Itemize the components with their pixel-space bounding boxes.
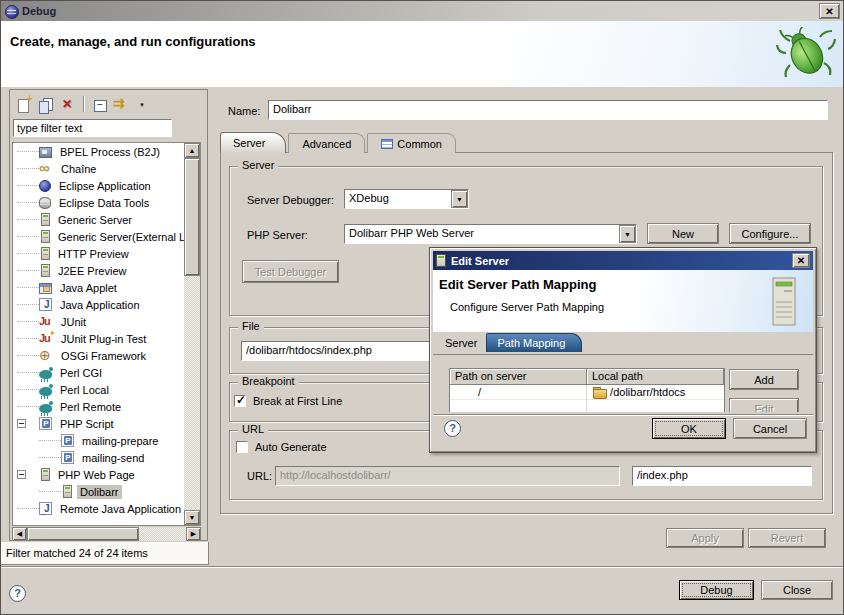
scroll-thumb-horizontal[interactable] [27, 527, 139, 541]
tab-path-mapping[interactable]: Path Mapping [486, 333, 582, 352]
collapse-all-icon[interactable] [91, 96, 108, 113]
new-config-icon[interactable] [15, 96, 32, 113]
tree-item-remote-java-application[interactable]: Remote Java Application [13, 500, 184, 517]
tree-item-label: J2EE Preview [55, 264, 129, 278]
auto-generate-checkbox[interactable] [236, 441, 248, 453]
break-first-line-label: Break at First Line [253, 395, 342, 407]
scroll-left-button[interactable]: ◀ [12, 527, 27, 541]
tree-item-junit-plug-in-test[interactable]: JUnit Plug-in Test [13, 330, 184, 347]
tree-connector [17, 508, 39, 509]
tree-item-label: Generic Server(External La [55, 230, 184, 244]
php-web-icon [41, 468, 50, 481]
tree-item-label: Chaîne [58, 162, 99, 176]
duplicate-config-icon[interactable] [37, 96, 54, 113]
table-row-empty[interactable] [450, 400, 724, 412]
break-first-line-checkbox[interactable] [234, 395, 246, 407]
file-group-title: File [238, 320, 264, 332]
collapse-expander-icon[interactable] [17, 470, 26, 479]
tree-connector [17, 406, 39, 407]
local-path-cell: /dolibarr/htdocs [610, 386, 685, 398]
config-tabs: Server Advanced Common [220, 131, 456, 153]
window-close-button[interactable]: ✕ [819, 3, 840, 19]
new-server-button[interactable]: New [647, 223, 719, 244]
tab-common[interactable]: Common [367, 133, 456, 153]
break-first-line-row: Break at First Line [234, 395, 342, 407]
edit-server-titlebar[interactable]: Edit Server ✕ [433, 251, 813, 270]
php-server-combo[interactable]: Dolibarr PHP Web Server ▼ [344, 224, 637, 244]
tree-item-php-script[interactable]: PHP Script [13, 415, 184, 432]
help-icon[interactable]: ? [9, 585, 26, 602]
url-path-input[interactable]: /index.php [632, 466, 812, 486]
configure-server-button[interactable]: Configure... [729, 223, 811, 244]
combo-dropdown-icon[interactable]: ▼ [619, 225, 636, 243]
tab-server[interactable]: Server [220, 132, 286, 153]
scroll-down-button[interactable]: ▼ [184, 510, 200, 525]
perl-icon [39, 404, 52, 413]
tree-item-eclipse-application[interactable]: Eclipse Application [13, 177, 184, 194]
table-header: Path on server Local path [450, 369, 724, 385]
tree-item-j2ee-preview[interactable]: J2EE Preview [13, 262, 184, 279]
tree-item-label: OSGi Framework [58, 349, 149, 363]
tree-vertical-scrollbar[interactable]: ▲ ▼ [184, 143, 200, 525]
cancel-button[interactable]: Cancel [733, 418, 807, 439]
filter-launch-icon[interactable] [113, 96, 130, 113]
tree-item-perl-local[interactable]: Perl Local [13, 381, 184, 398]
tree-item-perl-cgi[interactable]: Perl CGI [13, 364, 184, 381]
tree-item-osgi-framework[interactable]: OSGi Framework [13, 347, 184, 364]
scroll-right-button[interactable]: ▶ [186, 527, 201, 541]
ok-button[interactable]: OK [652, 418, 726, 439]
tree-item-java-application[interactable]: Java Application [13, 296, 184, 313]
php-file-icon [61, 451, 74, 464]
eclipse-application-icon [39, 180, 51, 192]
base-url-input[interactable]: http://localhostdolibarr/ [275, 466, 620, 486]
table-row[interactable]: / /dolibarr/htdocs [450, 385, 724, 400]
path-mapping-content: Path on server Local path / /dolibarr/ht… [433, 354, 813, 412]
tree-connector [17, 202, 39, 203]
test-debugger-button[interactable]: Test Debugger [242, 260, 339, 283]
revert-button[interactable]: Revert [748, 528, 826, 548]
edit-server-heading: Edit Server Path Mapping [439, 277, 596, 292]
filter-input[interactable]: type filter text [13, 119, 172, 137]
debug-bug-icon [776, 27, 836, 79]
tree-horizontal-scrollbar[interactable]: ◀ ▶ [12, 527, 201, 541]
tree-item-java-applet[interactable]: Java Applet [13, 279, 184, 296]
menu-dropdown-icon[interactable] [135, 96, 152, 113]
url-label: URL: [247, 470, 272, 482]
edit-mapping-button[interactable]: Edit [729, 398, 799, 412]
tree-item-mailing-send[interactable]: mailing-send [13, 449, 184, 466]
combo-dropdown-icon[interactable]: ▼ [451, 190, 468, 208]
tree-item-mailing-prepare[interactable]: mailing-prepare [13, 432, 184, 449]
tree-item-generic-server[interactable]: Generic Server [13, 211, 184, 228]
edit-server-close-button[interactable]: ✕ [792, 253, 810, 268]
path-mapping-table[interactable]: Path on server Local path / /dolibarr/ht… [449, 368, 725, 412]
php-web-icon [63, 485, 72, 498]
folder-icon [593, 387, 606, 397]
tree-item-http-preview[interactable]: HTTP Preview [13, 245, 184, 262]
server-debugger-combo[interactable]: XDebug ▼ [344, 189, 469, 209]
dialog-help-icon[interactable]: ? [444, 420, 461, 437]
tab-advanced[interactable]: Advanced [288, 133, 365, 153]
window-titlebar[interactable]: Debug ✕ [1, 1, 843, 21]
close-button[interactable]: Close [761, 580, 833, 600]
tree-item-php-web-page[interactable]: PHP Web Page [13, 466, 184, 483]
debug-button[interactable]: Debug [679, 580, 754, 600]
column-local-path[interactable]: Local path [587, 369, 724, 385]
tree-item-bpel-process-b2j[interactable]: BPEL Process (B2J) [13, 143, 184, 160]
php-script-icon [39, 417, 52, 430]
column-path-on-server[interactable]: Path on server [450, 369, 587, 385]
delete-config-icon[interactable] [59, 96, 76, 113]
toolbar-separator [83, 96, 84, 112]
tree-item-generic-server-external-la[interactable]: Generic Server(External La [13, 228, 184, 245]
tree-item-cha-ne[interactable]: Chaîne [13, 160, 184, 177]
tree-item-dolibarr[interactable]: Dolibarr [13, 483, 184, 500]
scroll-thumb[interactable] [184, 158, 200, 276]
scroll-up-button[interactable]: ▲ [184, 143, 200, 158]
add-mapping-button[interactable]: Add [729, 369, 799, 390]
apply-button[interactable]: Apply [666, 528, 744, 548]
tab-server-settings[interactable]: Server [436, 334, 486, 352]
tree-item-perl-remote[interactable]: Perl Remote [13, 398, 184, 415]
collapse-expander-icon[interactable] [17, 419, 26, 428]
name-input[interactable]: Dolibarr [268, 100, 828, 120]
tree-item-junit[interactable]: JUnit [13, 313, 184, 330]
tree-item-eclipse-data-tools[interactable]: Eclipse Data Tools [13, 194, 184, 211]
